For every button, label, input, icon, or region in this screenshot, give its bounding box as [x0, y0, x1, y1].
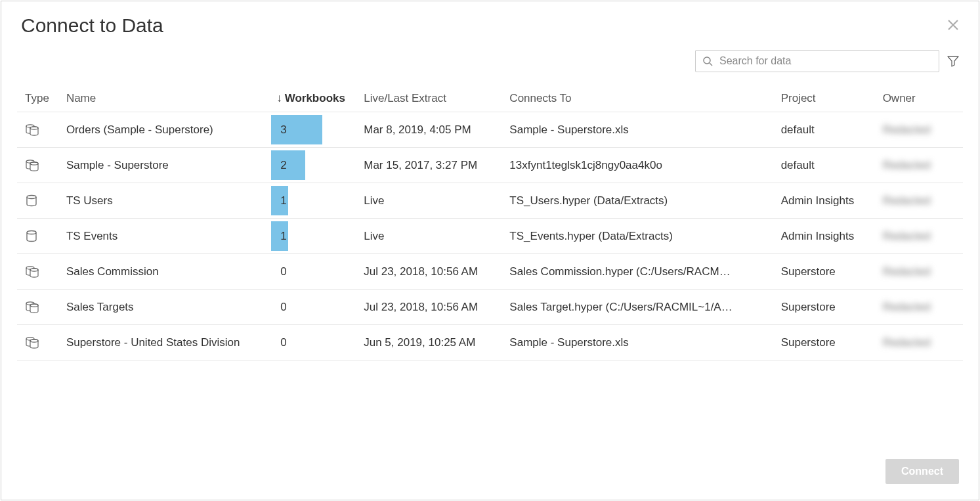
project: Superstore — [773, 290, 875, 325]
datasource-type-icon — [17, 183, 58, 219]
project: Superstore — [773, 254, 875, 290]
data-sources-table-wrap: Type Name ↓Workbooks Live/Last Extract C… — [1, 85, 979, 448]
workbooks-count: 3 — [276, 123, 286, 136]
col-header-project[interactable]: Project — [773, 85, 875, 112]
live-last-extract: Live — [356, 219, 501, 254]
table-row[interactable]: Orders (Sample - Superstore)3Mar 8, 2019… — [17, 112, 963, 148]
table-row[interactable]: TS Events1LiveTS_Events.hyper (Data/Extr… — [17, 219, 963, 254]
dialog-header: Connect to Data — [1, 1, 979, 43]
owner: Redacted — [875, 112, 963, 148]
table-row[interactable]: Sales Targets0Jul 23, 2018, 10:56 AMSale… — [17, 290, 963, 325]
workbooks-cell: 0 — [268, 325, 356, 360]
close-icon — [947, 19, 959, 31]
sort-descending-icon: ↓ — [276, 92, 282, 104]
datasource-name: TS Events — [58, 219, 268, 254]
workbooks-cell: 2 — [268, 148, 356, 183]
datasource-name: Sales Commission — [58, 254, 268, 290]
owner: Redacted — [875, 219, 963, 254]
table-header-row: Type Name ↓Workbooks Live/Last Extract C… — [17, 85, 963, 112]
col-header-workbooks[interactable]: ↓Workbooks — [268, 85, 356, 112]
search-icon — [702, 56, 713, 66]
svg-line-1 — [710, 63, 712, 66]
workbooks-count: 1 — [276, 230, 286, 242]
connects-to: Sales Commission.hyper (C:/Users/RACM… — [501, 254, 773, 290]
datasource-name: Superstore - United States Division — [58, 325, 268, 360]
live-last-extract: Jun 5, 2019, 10:25 AM — [356, 325, 501, 360]
data-sources-table: Type Name ↓Workbooks Live/Last Extract C… — [17, 85, 963, 360]
workbooks-cell: 0 — [268, 254, 356, 290]
workbooks-count: 2 — [276, 159, 286, 171]
col-header-live[interactable]: Live/Last Extract — [356, 85, 501, 112]
live-last-extract: Jul 23, 2018, 10:56 AM — [356, 290, 501, 325]
datasource-name: Orders (Sample - Superstore) — [58, 112, 268, 148]
workbooks-count: 1 — [276, 194, 286, 207]
connects-to: 13xfynt1teglsk1cj8ngy0aa4k0o — [501, 148, 773, 183]
workbooks-cell: 0 — [268, 290, 356, 325]
dialog-title: Connect to Data — [21, 14, 163, 37]
col-header-workbooks-label: Workbooks — [285, 92, 345, 104]
project: default — [773, 148, 875, 183]
owner: Redacted — [875, 325, 963, 360]
col-header-owner[interactable]: Owner — [875, 85, 963, 112]
workbooks-count: 0 — [276, 336, 286, 349]
filter-icon[interactable] — [947, 55, 959, 67]
workbooks-cell: 3 — [268, 112, 356, 148]
table-row[interactable]: TS Users1LiveTS_Users.hyper (Data/Extrac… — [17, 183, 963, 219]
dialog-footer: Connect — [1, 448, 979, 500]
owner: Redacted — [875, 254, 963, 290]
live-last-extract: Live — [356, 183, 501, 219]
workbooks-count: 0 — [276, 265, 286, 278]
datasource-name: Sample - Superstore — [58, 148, 268, 183]
project: Admin Insights — [773, 183, 875, 219]
project: Admin Insights — [773, 219, 875, 254]
close-button[interactable] — [947, 18, 959, 33]
datasource-type-icon — [17, 148, 58, 183]
table-row[interactable]: Superstore - United States Division0Jun … — [17, 325, 963, 360]
svg-point-9 — [27, 230, 36, 234]
connects-to: TS_Users.hyper (Data/Extracts) — [501, 183, 773, 219]
svg-point-0 — [704, 57, 710, 64]
project: Superstore — [773, 325, 875, 360]
workbooks-count: 0 — [276, 301, 286, 313]
svg-point-8 — [27, 195, 36, 198]
search-box[interactable] — [695, 50, 939, 72]
connect-to-data-dialog: Connect to Data Type Name ↓Workbooks — [1, 1, 979, 500]
live-last-extract: Mar 8, 2019, 4:05 PM — [356, 112, 501, 148]
col-header-name[interactable]: Name — [58, 85, 268, 112]
live-last-extract: Mar 15, 2017, 3:27 PM — [356, 148, 501, 183]
connects-to: Sample - Superstore.xls — [501, 325, 773, 360]
datasource-name: Sales Targets — [58, 290, 268, 325]
search-input[interactable] — [718, 54, 932, 68]
owner: Redacted — [875, 290, 963, 325]
datasource-type-icon — [17, 219, 58, 254]
workbooks-cell: 1 — [268, 219, 356, 254]
connects-to: Sales Target.hyper (C:/Users/RACMIL~1/A… — [501, 290, 773, 325]
datasource-type-icon — [17, 112, 58, 148]
live-last-extract: Jul 23, 2018, 10:56 AM — [356, 254, 501, 290]
datasource-type-icon — [17, 290, 58, 325]
datasource-type-icon — [17, 325, 58, 360]
toolbar — [1, 43, 979, 85]
col-header-type[interactable]: Type — [17, 85, 58, 112]
owner: Redacted — [875, 148, 963, 183]
project: default — [773, 112, 875, 148]
col-header-connects[interactable]: Connects To — [501, 85, 773, 112]
datasource-name: TS Users — [58, 183, 268, 219]
workbooks-cell: 1 — [268, 183, 356, 219]
table-row[interactable]: Sample - Superstore2Mar 15, 2017, 3:27 P… — [17, 148, 963, 183]
connects-to: Sample - Superstore.xls — [501, 112, 773, 148]
connects-to: TS_Events.hyper (Data/Extracts) — [501, 219, 773, 254]
table-row[interactable]: Sales Commission0Jul 23, 2018, 10:56 AMS… — [17, 254, 963, 290]
datasource-type-icon — [17, 254, 58, 290]
owner: Redacted — [875, 183, 963, 219]
connect-button[interactable]: Connect — [885, 459, 959, 484]
